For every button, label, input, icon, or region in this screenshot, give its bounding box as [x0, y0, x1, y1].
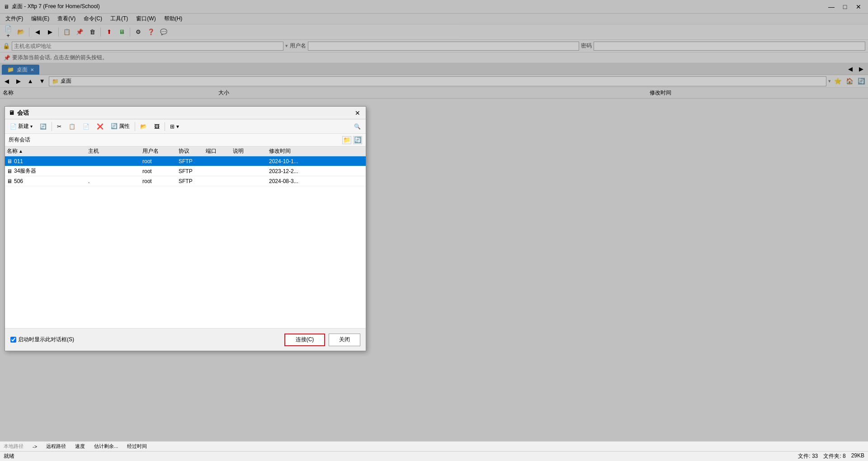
- modal-overlay: 🖥 会话 ✕ 📄 新建 ▾ 🔄 ✂ 📋 📄 ❌ 🔄 属性 📂 🖼 ⊞ ▾: [0, 0, 868, 99]
